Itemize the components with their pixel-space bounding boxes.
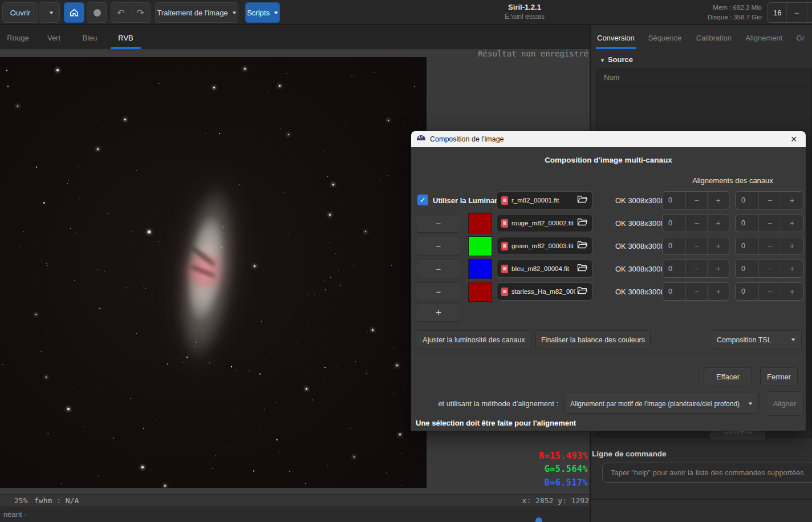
channel-file-entry[interactable]: starless_Ha_m82_00005.fit xyxy=(497,282,592,301)
align-method-dropdown[interactable]: Alignement par motif de l'image (planéta… xyxy=(564,394,759,414)
star xyxy=(249,370,250,371)
channel-color-swatch[interactable] xyxy=(468,282,492,302)
align-button[interactable]: Aligner xyxy=(766,391,803,416)
remove-channel-button[interactable]: − xyxy=(416,214,461,233)
panel-tab-conversion[interactable]: Conversion xyxy=(591,26,641,49)
star xyxy=(404,125,405,126)
threads-value[interactable]: 16 xyxy=(768,3,786,22)
channel-dx-spinbox-value[interactable]: 0 xyxy=(663,215,685,232)
star xyxy=(124,119,126,120)
threads-increase-button[interactable]: + xyxy=(807,3,812,22)
close-button[interactable]: Fermer xyxy=(760,367,798,386)
command-input[interactable] xyxy=(602,463,812,483)
adjust-brightness-button[interactable]: Ajuster la luminosité des canaux xyxy=(416,330,532,349)
channel-dy-spinbox-increase-button[interactable]: + xyxy=(781,237,803,254)
channel-dy-spinbox-decrease-button[interactable]: − xyxy=(758,192,781,209)
channel-file-entry[interactable]: green_m82_00003.fit xyxy=(497,237,592,255)
source-expander[interactable]: ▼Source xyxy=(600,55,633,64)
panel-tab-calibration[interactable]: Calibration xyxy=(689,26,739,49)
star xyxy=(205,133,206,134)
scripts-menu-button[interactable]: Scripts▼ xyxy=(245,2,280,23)
open-folder-icon[interactable] xyxy=(577,264,588,274)
undo-redo-group: ↶ ↷ xyxy=(111,2,151,23)
open-folder-icon[interactable] xyxy=(577,241,588,252)
image-processing-label: Traitement de l'image xyxy=(157,9,228,17)
view-tab-rvb[interactable]: RVB xyxy=(108,26,144,49)
view-tab-bleu[interactable]: Bleu xyxy=(72,26,108,49)
channel-dx-spinbox-decrease-button[interactable]: − xyxy=(685,215,707,232)
channel-dy-spinbox-increase-button[interactable]: + xyxy=(781,283,803,300)
channel-color-swatch[interactable] xyxy=(468,259,492,279)
star xyxy=(314,294,315,295)
channel-dy-spinbox-value[interactable]: 0 xyxy=(736,237,758,254)
channel-dy-spinbox-increase-button[interactable]: + xyxy=(781,260,803,277)
clear-button[interactable]: Effacer xyxy=(704,367,752,386)
panel-tab-gr[interactable]: Gr xyxy=(789,26,812,49)
channel-file-entry[interactable]: bleu_m82_00004.fit xyxy=(497,260,592,278)
remove-channel-button[interactable]: − xyxy=(416,282,461,301)
star xyxy=(98,385,98,385)
channel-row: ✓Utiliser la Luminancer_m82_00001.fitOK … xyxy=(411,189,807,212)
channel-dx-spinbox-increase-button[interactable]: + xyxy=(707,237,729,254)
threads-decrease-button[interactable]: − xyxy=(786,3,807,22)
open-dropdown-button[interactable]: ▼ xyxy=(39,2,60,23)
channel-dx-spinbox-value[interactable]: 0 xyxy=(663,283,685,300)
composition-mode-dropdown[interactable]: Composition TSL▼ xyxy=(710,330,802,349)
remove-channel-button[interactable]: − xyxy=(416,260,461,278)
star xyxy=(61,116,62,118)
dialog-titlebar[interactable]: Composition de l'image ✕ xyxy=(411,131,806,147)
channel-dy-spinbox-value[interactable]: 0 xyxy=(736,260,758,277)
channel-dx-spinbox-increase-button[interactable]: + xyxy=(707,260,729,277)
channel-dy-spinbox-decrease-button[interactable]: − xyxy=(758,237,781,254)
channel-dy-spinbox-value[interactable]: 0 xyxy=(736,215,758,232)
channel-dy-spinbox-decrease-button[interactable]: − xyxy=(758,260,781,277)
channel-dx-spinbox-decrease-button[interactable]: − xyxy=(685,260,707,277)
image-viewport[interactable] xyxy=(0,57,427,488)
open-folder-icon[interactable] xyxy=(577,218,588,229)
panel-tab-alignement[interactable]: Alignement xyxy=(739,26,789,49)
channel-dx-spinbox-increase-button[interactable]: + xyxy=(707,215,729,232)
channel-dy-spinbox-value[interactable]: 0 xyxy=(736,192,758,209)
channel-color-swatch[interactable] xyxy=(468,213,492,233)
add-channel-button[interactable]: + xyxy=(416,303,461,322)
star xyxy=(399,434,401,435)
star xyxy=(244,480,245,481)
channel-dx-spinbox-decrease-button[interactable]: − xyxy=(685,192,707,209)
star xyxy=(367,331,368,331)
channel-dy-spinbox-increase-button[interactable]: + xyxy=(781,192,803,209)
luminance-checkbox[interactable]: ✓ xyxy=(417,195,428,205)
channel-dx-spinbox-increase-button[interactable]: + xyxy=(707,192,729,209)
channel-file-entry[interactable]: rouge_m82_00002.fit xyxy=(497,214,592,232)
remove-channel-button[interactable]: − xyxy=(416,237,461,256)
channel-dy-spinbox-decrease-button[interactable]: − xyxy=(758,215,781,232)
undo-button[interactable]: ↶ xyxy=(111,7,131,18)
open-folder-icon[interactable] xyxy=(577,195,588,206)
channel-dy-spinbox-value[interactable]: 0 xyxy=(736,283,758,300)
channel-dx-spinbox-value[interactable]: 0 xyxy=(663,237,685,254)
channel-dx-spinbox-decrease-button[interactable]: − xyxy=(685,237,707,254)
open-folder-icon[interactable] xyxy=(577,286,588,297)
finalize-balance-button[interactable]: Finaliser la balance des couleurs xyxy=(535,330,651,349)
channel-dx-spinbox-decrease-button[interactable]: − xyxy=(685,283,707,300)
channel-dy-spinbox-decrease-button[interactable]: − xyxy=(758,283,781,300)
redo-button[interactable]: ↷ xyxy=(131,7,151,18)
star xyxy=(98,189,98,190)
channel-dx-spinbox-increase-button[interactable]: + xyxy=(707,283,729,300)
channel-color-swatch[interactable] xyxy=(468,236,492,256)
star xyxy=(78,166,79,167)
dialog-title: Composition de l'image xyxy=(430,135,504,143)
view-tab-rouge[interactable]: Rouge xyxy=(0,26,36,49)
open-button[interactable]: Ouvrir xyxy=(2,2,38,23)
channel-dx-spinbox-value[interactable]: 0 xyxy=(663,260,685,277)
image-processing-menu-button[interactable]: Traitement de l'image▼ xyxy=(155,2,238,23)
channel-dx-spinbox-value[interactable]: 0 xyxy=(663,192,685,209)
channel-dy-spinbox-increase-button[interactable]: + xyxy=(781,215,803,232)
name-column-header[interactable]: Nom xyxy=(597,69,811,86)
panel-tab-séquence[interactable]: Séquence xyxy=(641,26,689,49)
close-icon[interactable]: ✕ xyxy=(788,133,799,145)
home-button[interactable] xyxy=(64,2,84,23)
view-tab-vert[interactable]: Vert xyxy=(36,26,72,49)
channel-dy-spinbox: 0−+ xyxy=(735,214,803,232)
record-button[interactable] xyxy=(87,2,107,23)
channel-file-entry[interactable]: r_m82_00001.fit xyxy=(497,191,592,209)
